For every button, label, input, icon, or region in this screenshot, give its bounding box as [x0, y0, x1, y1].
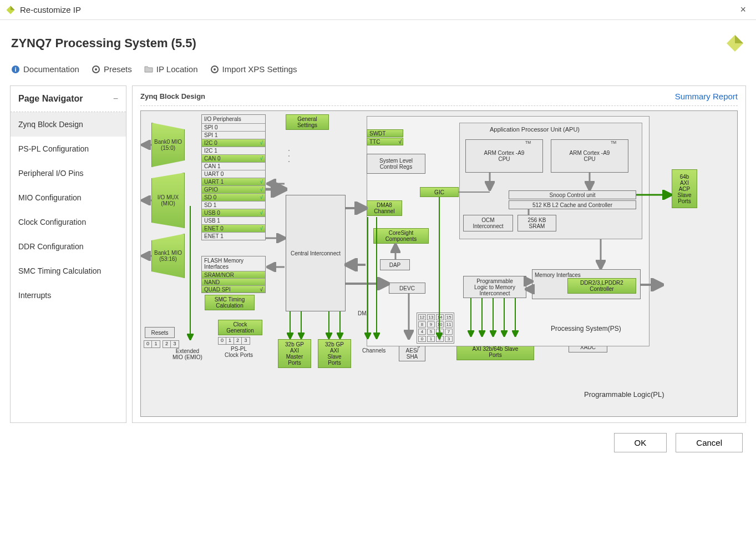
coresight-block[interactable]: CoreSight Components — [373, 228, 429, 244]
flash-memory-list: FLASH Memory Interfaces SRAM/NORNANDQUAD… — [201, 256, 266, 293]
l2-cache-block[interactable]: 512 KB L2 Cache and Controller — [509, 200, 636, 209]
ok-button[interactable]: OK — [614, 433, 667, 452]
io-peripherals-list: I/O Peripherals SPI 0SPI 1I2C 0√I2C 1CAN… — [201, 114, 266, 240]
bank1-block[interactable]: Bank1 MIO (53:16) — [151, 234, 185, 278]
svg-marker-3 — [735, 35, 743, 43]
flash-nand[interactable]: NAND — [202, 278, 265, 285]
flash-sram-nor[interactable]: SRAM/NOR — [202, 271, 265, 278]
peripheral-sd-1[interactable]: SD 1 — [202, 201, 265, 209]
tm-label-0: TM — [525, 140, 531, 144]
peripheral-i2c-1[interactable]: I2C 1 — [202, 147, 265, 154]
io-mux-block[interactable]: I/O MUX (MIO) — [151, 173, 185, 228]
presets-link[interactable]: Presets — [92, 64, 132, 74]
peripheral-enet-1[interactable]: ENET 1 — [202, 232, 265, 240]
ps-label: Processing System(PS) — [551, 325, 621, 333]
content-pane: Zynq Block Design Summary Report Bank0 M… — [132, 85, 746, 423]
peripheral-uart-1[interactable]: UART 1√ — [202, 178, 265, 185]
central-interconnect-block[interactable]: Central Interconnect — [286, 195, 346, 311]
nav-item-smc-timing-calculation[interactable]: SMC Timing Calculation — [11, 259, 126, 283]
dma8-channel-block[interactable]: DMA8 Channel — [367, 200, 402, 216]
gp-axi-slave-block[interactable]: 32b GP AXI Slave Ports — [318, 339, 351, 368]
ocm-interconnect-block[interactable]: OCM Interconnect — [463, 215, 513, 231]
content-title: Zynq Block Design — [140, 92, 205, 100]
nav-item-ddr-configuration[interactable]: DDR Configuration — [11, 234, 126, 259]
extended-mio-label: Extended MIO (EMIO) — [172, 348, 202, 360]
documentation-link[interactable]: i Documentation — [11, 64, 79, 74]
devc-block[interactable]: DEVC — [389, 283, 425, 294]
peripheral-i2c-0[interactable]: I2C 0√ — [202, 139, 265, 147]
gear-icon — [210, 65, 219, 74]
nav-item-mio-configuration[interactable]: MIO Configuration — [11, 185, 126, 210]
window-title: Re-customize IP — [20, 5, 81, 14]
ip-location-link[interactable]: IP Location — [144, 64, 198, 74]
peripheral-can-1[interactable]: CAN 1 — [202, 162, 265, 170]
ttc-block[interactable]: TTC√ — [367, 138, 403, 145]
gp-axi-master-block[interactable]: 32b GP AXI Master Ports — [278, 339, 311, 368]
info-icon: i — [11, 65, 20, 74]
svg-point-7 — [95, 68, 97, 70]
nav-header: Page Navigator − — [11, 86, 126, 112]
peripheral-uart-0[interactable]: UART 0 — [202, 170, 265, 178]
peripheral-enet-0[interactable]: ENET 0√ — [202, 224, 265, 232]
flash-quad-spi[interactable]: QUAD SPI√ — [202, 285, 265, 293]
peripheral-spi-1[interactable]: SPI 1 — [202, 131, 265, 139]
svg-marker-1 — [11, 6, 15, 10]
svg-text:i: i — [14, 66, 16, 73]
emio-slots-2[interactable]: 23 — [163, 340, 179, 348]
dialog-footer: OK Cancel — [0, 423, 756, 462]
nav-item-peripheral-i-o-pins[interactable]: Peripheral I/O Pins — [11, 161, 126, 185]
peripheral-usb-0[interactable]: USB 0√ — [202, 209, 265, 216]
irq-grid[interactable]: 12131415 891011 4567 0123 — [417, 313, 454, 344]
snoop-control-block[interactable]: Snoop Control unit — [509, 190, 636, 199]
apu-label: Application Processor Unit (APU) — [490, 126, 580, 133]
peripheral-sd-0[interactable]: SD 0√ — [202, 193, 265, 201]
vendor-logo-icon — [725, 33, 745, 53]
import-xps-link[interactable]: Import XPS Settings — [210, 64, 297, 74]
nav-item-zynq-block-design[interactable]: Zynq Block Design — [11, 112, 126, 137]
dap-block[interactable]: DAP — [380, 259, 410, 270]
emio-slots[interactable]: 01 — [144, 340, 160, 348]
swdt-block[interactable]: SWDT — [367, 129, 403, 137]
general-settings-block[interactable]: General Settings — [286, 114, 329, 130]
cortex-a9-cpu-0[interactable]: ARM Cortex -A9 CPU — [465, 139, 543, 173]
axi-acp-slave-block[interactable]: 64b AXI ACP Slave Ports — [672, 169, 697, 208]
page-navigator: Page Navigator − Zynq Block DesignPS-PL … — [10, 85, 126, 423]
collapse-icon[interactable]: − — [113, 94, 118, 104]
svg-point-9 — [214, 68, 216, 70]
system-level-regs-block[interactable]: System Level Control Regs — [367, 154, 425, 174]
nav-item-interrupts[interactable]: Interrupts — [11, 283, 126, 308]
peripheral-gpio[interactable]: GPIO√ — [202, 185, 265, 193]
pl-to-memory-interconnect-block[interactable]: Programmable Logic to Memory Interconnec… — [463, 276, 526, 298]
cortex-a9-cpu-1[interactable]: ARM Cortex -A9 CPU — [551, 139, 628, 173]
resets-button[interactable]: Resets — [145, 327, 175, 338]
gear-icon — [92, 65, 100, 74]
bank0-block[interactable]: Bank0 MIO (15:0) — [151, 123, 185, 167]
gic-block[interactable]: GIC — [420, 187, 459, 197]
summary-report-link[interactable]: Summary Report — [675, 92, 738, 101]
nav-item-ps-pl-configuration[interactable]: PS-PL Configuration — [11, 137, 126, 161]
ddr-controller-block[interactable]: DDR2/3,LPDDR2 Controller — [567, 278, 636, 294]
peripheral-spi-0[interactable]: SPI 0 — [202, 123, 265, 131]
title-bar: Re-customize IP × — [0, 0, 756, 20]
header: ZYNQ7 Processing System (5.5) — [0, 20, 756, 59]
ip-title: ZYNQ7 Processing System (5.5) — [11, 36, 196, 51]
pl-label: Programmable Logic(PL) — [584, 390, 664, 399]
smc-timing-block[interactable]: SMC Timing Calculation — [205, 295, 255, 310]
block-diagram: Bank0 MIO (15:0) I/O MUX (MIO) Bank1 MIO… — [140, 106, 738, 417]
sram-256kb-block[interactable]: 256 KB SRAM — [517, 215, 556, 231]
peripheral-can-0[interactable]: CAN 0√ — [202, 154, 265, 162]
clock-generation-block[interactable]: Clock Generation — [218, 320, 262, 335]
folder-icon — [144, 65, 153, 74]
tm-label-1: TM — [611, 140, 616, 144]
toolbar: i Documentation Presets IP Location Impo… — [0, 59, 756, 80]
pspl-clock-ports-label: PS-PL Clock Ports — [225, 346, 253, 358]
app-logo-icon — [6, 5, 16, 15]
peripheral-usb-1[interactable]: USB 1 — [202, 216, 265, 224]
cancel-button[interactable]: Cancel — [676, 433, 743, 452]
window-close-button[interactable]: × — [735, 4, 750, 16]
pspl-clock-slots[interactable]: 0123 — [218, 337, 250, 345]
nav-item-clock-configuration[interactable]: Clock Configuration — [11, 210, 126, 234]
